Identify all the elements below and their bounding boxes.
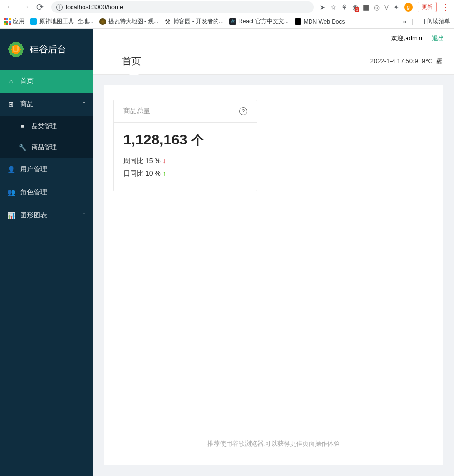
globe-icon [99,18,106,25]
chevron-down-icon: ˅ [83,212,85,219]
sidebar-item-home[interactable]: ⌂ 首页 [0,70,93,93]
reload-button[interactable]: ⟳ [35,2,46,12]
list-icon: ≡ [19,123,26,130]
submenu-products: ≡ 品类管理 🔧 商品管理 [0,116,93,158]
browser-menu-icon[interactable]: ⋮ [442,2,450,12]
bookmarks-overflow[interactable]: » [403,18,406,25]
reading-list-icon [419,19,425,24]
browser-nav-bar: ← → ⟳ i localhost:3000/home ➤ ☆ ⚘ ◉ ▦ ◎ … [0,0,454,14]
ext-wechat-icon[interactable]: ⚘ [341,3,347,11]
sidebar-item-charts[interactable]: 📊 图形图表 ˅ [0,204,93,227]
stat-card-body: 1,128,163 个 周同比 15 %↓ 日同比 10 %↑ [114,123,257,191]
back-button[interactable]: ← [4,2,16,12]
wrench-icon: 🔧 [19,144,26,151]
temperature-text: 9℃ [422,58,432,65]
bookmark-genshin-map[interactable]: 原神地图工具_全地... [30,17,94,25]
sidebar-item-roles[interactable]: 👥 角色管理 [0,181,93,204]
grid-icon: ⊞ [8,100,14,108]
star-icon[interactable]: ☆ [330,3,336,11]
bilibili-icon [30,18,37,25]
weather-text: 霾 [436,57,442,66]
sidebar-item-products[interactable]: ⊞ 商品 ˄ [0,93,93,116]
ext-evernote-icon[interactable]: ◉ [352,3,358,11]
ext-script-icon[interactable]: ▦ [363,3,369,11]
url-text: localhost:3000/home [66,3,123,11]
ext-vue-icon[interactable]: V [384,3,389,11]
sidebar-item-users[interactable]: 👤 用户管理 [0,158,93,181]
stat-wow: 周同比 15 %↓ [123,155,247,167]
update-button[interactable]: 更新 [418,2,437,12]
bookmark-react[interactable]: ⚛ React 官方中文文... [229,17,289,25]
profile-avatar[interactable]: g [404,3,413,12]
logo-area: U 硅谷后台 [0,29,93,70]
extensions-icon[interactable]: ✦ [394,3,399,11]
stat-card-header: 商品总量 ? [114,100,257,123]
browser-actions: ➤ ☆ ⚘ ◉ ▦ ◎ V ✦ g 更新 ⋮ [320,2,450,12]
arrow-up-icon: ↑ [163,169,166,177]
apps-label: 应用 [13,17,24,25]
stat-dod: 日同比 10 %↑ [123,167,247,179]
bookmark-mdn[interactable]: MDN Web Docs [295,18,345,25]
help-icon[interactable]: ? [239,107,247,115]
bookmark-cnblogs[interactable]: ⚒ 博客园 - 开发者的... [164,17,224,25]
welcome-text: 欢迎,admin [391,34,422,43]
ext-circle-icon[interactable]: ◎ [374,3,380,11]
arrow-down-icon: ↓ [163,157,166,165]
sidebar-item-label: 用户管理 [20,165,47,174]
footer-text: 推荐使用谷歌浏览器,可以获得更佳页面操作体验 [113,440,434,451]
stat-value: 1,128,163 个 [123,131,247,149]
apps-icon [4,18,11,25]
sidebar-item-label: 首页 [20,77,34,85]
stat-card-total-products: 商品总量 ? 1,128,163 个 周同比 15 %↓ 日同比 10 %↑ [113,100,257,191]
bookmarks-bar: 应用 原神地图工具_全地... 提瓦特大地图 - 观... ⚒ 博客园 - 开发… [0,14,454,29]
sidebar-item-label: 图形图表 [20,211,47,220]
users-icon: 👥 [8,189,14,196]
home-icon: ⌂ [8,77,14,85]
page-title: 首页 [122,55,141,68]
sidebar-item-label: 商品管理 [32,143,57,152]
sidebar-item-label: 商品 [20,100,34,108]
react-icon: ⚛ [229,18,236,25]
cnblogs-icon: ⚒ [164,18,171,25]
sidebar-item-product-mgmt[interactable]: 🔧 商品管理 [0,137,93,158]
app-header: 欢迎,admin 退出 [93,29,454,48]
mdn-icon [295,18,301,25]
forward-button[interactable]: → [19,2,32,12]
logout-link[interactable]: 退出 [432,34,444,43]
chart-icon: 📊 [8,212,14,219]
user-icon: 👤 [8,166,14,173]
bookmark-teyvat-map[interactable]: 提瓦特大地图 - 观... [99,17,159,25]
address-bar[interactable]: i localhost:3000/home [51,1,314,13]
app-container: U 硅谷后台 ⌂ 首页 ⊞ 商品 ˄ ≡ 品类管理 🔧 商品管理 👤 用户管理 [0,29,454,476]
sidebar-item-label: 品类管理 [32,122,57,131]
app-title: 硅谷后台 [30,43,66,56]
datetime-text: 2022-1-4 17:50:9 [370,58,418,65]
chevron-up-icon: ˄ [83,101,85,107]
sidebar-item-category[interactable]: ≡ 品类管理 [0,116,93,137]
breadcrumb-bar: 首页 2022-1-4 17:50:9 9℃ 霾 [93,48,454,75]
main-area: 欢迎,admin 退出 首页 2022-1-4 17:50:9 9℃ 霾 商品总… [93,29,454,476]
app-logo-icon: U [8,41,24,58]
reading-list-button[interactable]: 阅读清单 [419,17,450,25]
stat-title: 商品总量 [123,107,150,116]
content-area: 商品总量 ? 1,128,163 个 周同比 15 %↓ 日同比 10 %↑ [93,75,454,476]
apps-shortcut[interactable]: 应用 [4,17,24,25]
sidebar-item-label: 角色管理 [20,188,47,197]
datetime-weather: 2022-1-4 17:50:9 9℃ 霾 [370,57,442,66]
content-inner: 商品总量 ? 1,128,163 个 周同比 15 %↓ 日同比 10 %↑ [104,85,443,465]
send-icon[interactable]: ➤ [320,3,325,11]
site-info-icon[interactable]: i [56,4,63,11]
sidebar: U 硅谷后台 ⌂ 首页 ⊞ 商品 ˄ ≡ 品类管理 🔧 商品管理 👤 用户管理 [0,29,93,476]
